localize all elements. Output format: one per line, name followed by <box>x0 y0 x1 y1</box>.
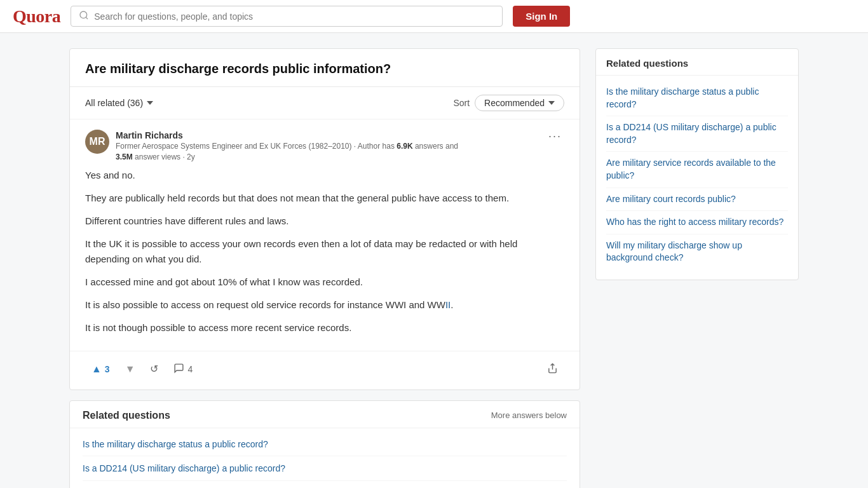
question-card: Are military discharge records public in… <box>69 48 580 390</box>
answer-para-6: It is also possible to access on request… <box>85 297 564 313</box>
related-link-1[interactable]: Is the military discharge status a publi… <box>83 439 268 449</box>
list-item: Is the military discharge status a publi… <box>83 433 567 457</box>
related-questions-inline-card: Related questions More answers below Is … <box>69 400 580 488</box>
search-icon <box>79 10 89 22</box>
wwii-link[interactable]: II <box>445 299 451 310</box>
sort-area: Sort Recommended <box>453 95 564 111</box>
all-related-dropdown[interactable]: All related (36) <box>85 98 153 108</box>
sidebar-related-link-5[interactable]: Who has the right to access military rec… <box>606 217 783 227</box>
list-item: Are military service records available t… <box>83 482 567 488</box>
quora-logo: Quora <box>13 6 60 27</box>
related-inline-header: Related questions More answers below <box>70 401 580 428</box>
list-item: Are military service records available t… <box>606 152 788 187</box>
chevron-down-icon-sort <box>548 101 555 105</box>
sign-in-button[interactable]: Sign In <box>513 6 570 27</box>
upvote-count: 3 <box>105 364 110 374</box>
answer-para-1: Yes and no. <box>85 168 564 183</box>
more-options-button[interactable]: ··· <box>546 130 564 143</box>
answer-para-3: Different countries have different rules… <box>85 214 564 229</box>
main-content: Are military discharge records public in… <box>69 48 580 488</box>
list-item: Is the military discharge status a publi… <box>606 81 788 116</box>
downvote-icon: ▼ <box>125 363 135 375</box>
list-item: Who has the right to access military rec… <box>606 211 788 234</box>
answer-block: MR Martin Richards Former Aerospace Syst… <box>70 119 580 351</box>
answer-text: Yes and no. They are publically held rec… <box>85 168 564 336</box>
downvote-button[interactable]: ▼ <box>119 360 142 379</box>
author-stat-views: 3.5M <box>116 152 133 161</box>
list-item: Is a DD214 (US military discharge) a pub… <box>83 458 567 481</box>
author-bio: Former Aerospace Systems Engineer and Ex… <box>116 141 458 163</box>
avatar: MR <box>85 130 109 154</box>
list-item: Is a DD214 (US military discharge) a pub… <box>606 116 788 152</box>
comment-button[interactable]: 4 <box>167 359 199 379</box>
upvote-button[interactable]: ▲ 3 <box>85 360 116 379</box>
sidebar-related-link-6[interactable]: Will my military discharge show up backg… <box>606 240 742 263</box>
page-container: Are military discharge records public in… <box>59 33 809 488</box>
list-item: Are military court records public? <box>606 188 788 212</box>
recommended-label: Recommended <box>484 98 545 108</box>
sidebar-related-list: Is the military discharge status a publi… <box>596 76 798 280</box>
comment-icon <box>173 363 184 376</box>
sidebar-related-card: Related questions Is the military discha… <box>595 48 799 280</box>
chevron-down-icon <box>147 101 153 105</box>
list-item: Will my military discharge show up backg… <box>606 234 788 269</box>
sidebar-related-link-4[interactable]: Are military court records public? <box>606 194 736 204</box>
svg-line-1 <box>86 17 88 19</box>
question-title: Are military discharge records public in… <box>70 49 580 87</box>
answer-para-7: It is not though possible to access more… <box>85 320 564 336</box>
main-header: Quora Sign In <box>0 0 868 33</box>
recommended-dropdown[interactable]: Recommended <box>475 95 564 111</box>
author-details: Martin Richards Former Aerospace Systems… <box>116 130 458 163</box>
share-icon <box>547 363 558 376</box>
author-stat-answers: 6.9K <box>397 142 412 151</box>
upvote-icon: ▲ <box>92 363 102 375</box>
search-input[interactable] <box>94 11 494 22</box>
reshare-icon: ↺ <box>150 363 158 375</box>
share-button[interactable] <box>541 359 564 379</box>
author-info: MR Martin Richards Former Aerospace Syst… <box>85 130 458 163</box>
svg-point-0 <box>80 11 87 18</box>
sort-label: Sort <box>453 98 470 108</box>
author-bio-text3: answer views · 2y <box>135 152 195 161</box>
comment-count: 4 <box>187 364 193 374</box>
related-inline-title: Related questions <box>83 410 170 421</box>
search-bar[interactable] <box>71 6 503 27</box>
author-bio-text2: answers and <box>415 142 458 151</box>
more-answers-below: More answers below <box>491 410 567 420</box>
answers-meta-bar: All related (36) Sort Recommended <box>70 87 580 119</box>
reshare-button[interactable]: ↺ <box>144 359 165 379</box>
author-name[interactable]: Martin Richards <box>116 130 458 141</box>
all-related-label: All related (36) <box>85 98 143 108</box>
related-inline-list: Is the military discharge status a publi… <box>70 428 580 488</box>
answer-para-5: I accessed mine and got about 10% of wha… <box>85 274 564 290</box>
sidebar-related-header: Related questions <box>596 49 798 76</box>
related-link-2[interactable]: Is a DD214 (US military discharge) a pub… <box>83 463 285 473</box>
answer-para-2: They are publically held records but tha… <box>85 191 564 206</box>
sidebar-related-link-3[interactable]: Are military service records available t… <box>606 158 776 180</box>
sidebar: Related questions Is the military discha… <box>595 48 799 280</box>
sidebar-related-link-1[interactable]: Is the military discharge status a publi… <box>606 86 759 109</box>
author-bio-text: Former Aerospace Systems Engineer and Ex… <box>116 142 395 151</box>
action-bar: ▲ 3 ▼ ↺ 4 <box>70 351 580 390</box>
author-row: MR Martin Richards Former Aerospace Syst… <box>85 130 564 163</box>
sidebar-related-link-2[interactable]: Is a DD214 (US military discharge) a pub… <box>606 122 776 145</box>
answer-para-4: It the UK it is possible to access your … <box>85 236 564 267</box>
